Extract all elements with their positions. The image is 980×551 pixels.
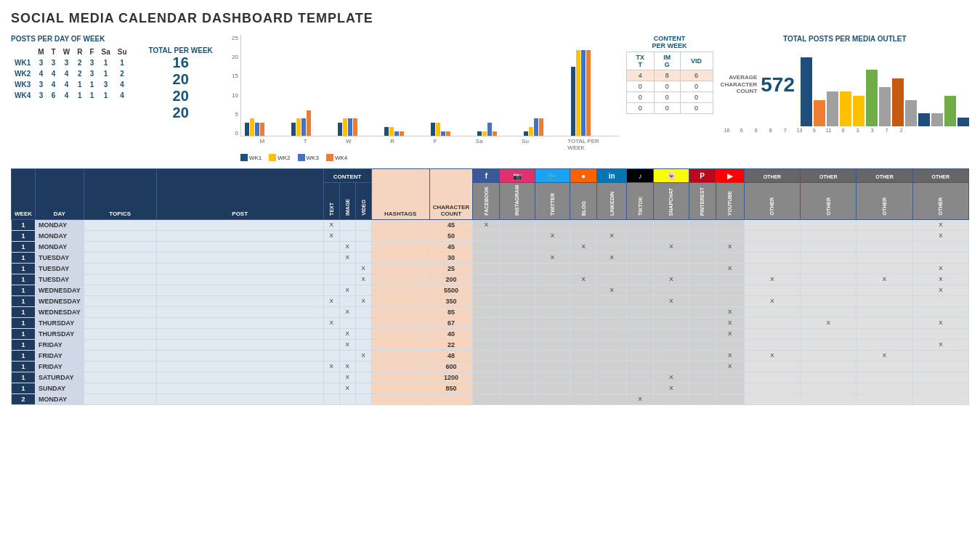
day-header-t: T <box>48 46 60 57</box>
table-social-11 <box>857 317 912 328</box>
cpw-cell: 0 <box>655 103 681 114</box>
media-bar-wrap <box>892 78 904 126</box>
table-video <box>355 383 371 393</box>
table-post <box>156 274 323 285</box>
table-week: 1 <box>12 230 36 241</box>
table-social-9 <box>744 252 800 263</box>
table-social-7 <box>689 306 716 317</box>
table-social-2 <box>535 317 570 328</box>
table-post <box>156 252 323 263</box>
media-count-label: 7 <box>881 128 893 133</box>
table-social-10 <box>801 328 857 339</box>
media-bar-wrap <box>801 57 812 126</box>
table-social-4 <box>597 393 627 404</box>
legend-label: WK4 <box>335 155 347 161</box>
table-text: X <box>323 219 339 230</box>
table-social-9 <box>744 219 800 230</box>
table-week: 1 <box>12 241 36 252</box>
bar-x-label: T <box>304 138 307 151</box>
table-social-0 <box>473 306 500 317</box>
table-social-8 <box>716 230 744 241</box>
table-image: X <box>339 383 355 393</box>
table-social-9 <box>744 230 800 241</box>
table-social-0: X <box>473 219 500 230</box>
table-social-10: X <box>801 317 857 328</box>
bar <box>493 131 497 136</box>
th-day: DAY <box>36 169 84 220</box>
table-social-5 <box>627 383 654 393</box>
th-blog-label: BLOG <box>570 183 597 220</box>
main-table-wrap: WEEK DAY TOPICS POST CONTENT HASHTAGS CH… <box>11 168 969 405</box>
table-charcount: 45 <box>429 219 473 230</box>
table-social-8 <box>716 295 744 306</box>
table-text <box>323 306 339 317</box>
table-video <box>355 393 371 404</box>
th-oth1-label: OTHER <box>744 183 800 220</box>
table-social-11 <box>857 339 912 350</box>
bar <box>586 50 591 136</box>
table-social-8: X <box>716 350 744 361</box>
th-post: POST <box>156 169 323 220</box>
table-social-6: X <box>654 295 689 306</box>
table-social-1 <box>500 274 535 285</box>
table-social-3 <box>570 372 597 383</box>
th-twitter: 🐦 <box>535 169 570 183</box>
table-social-10 <box>801 372 857 383</box>
total-per-week-section: TOTAL PER WEEK 16202020 <box>149 46 213 121</box>
table-image: X <box>339 328 355 339</box>
th-tiktok: ♪ <box>627 169 654 183</box>
media-count-label: 2 <box>896 128 907 133</box>
table-charcount: 25 <box>429 263 473 274</box>
table-day: MONDAY <box>36 393 84 404</box>
bar <box>400 131 404 136</box>
th-oth3-label: OTHER <box>857 183 912 220</box>
ppd-cell: 1 <box>73 90 86 101</box>
bar-x-label: Su <box>522 138 529 151</box>
th-facebook: f <box>473 169 500 183</box>
table-social-11 <box>857 383 912 393</box>
table-social-3 <box>570 306 597 317</box>
table-social-4 <box>597 274 627 285</box>
ppd-cell: 4 <box>48 79 60 90</box>
legend-color <box>298 154 305 161</box>
legend-item: WK1 <box>240 154 262 161</box>
th-content: CONTENT <box>323 169 371 183</box>
table-social-7 <box>689 339 716 350</box>
table-social-12 <box>912 372 968 383</box>
media-count-label: 9 <box>809 128 820 133</box>
table-social-3 <box>570 219 597 230</box>
table-charcount: 85 <box>429 306 473 317</box>
table-text <box>323 350 339 361</box>
table-hashtags <box>371 263 429 274</box>
table-social-8 <box>716 372 744 383</box>
table-social-9 <box>744 361 800 372</box>
table-social-10 <box>801 350 857 361</box>
table-social-3 <box>570 350 597 361</box>
bar <box>524 131 528 136</box>
table-image: X <box>339 339 355 350</box>
table-social-11 <box>857 372 912 383</box>
ppd-cell: 3 <box>34 57 47 68</box>
total-per-week-value: 16 <box>149 54 213 71</box>
table-week: 1 <box>12 328 36 339</box>
table-social-6: X <box>654 241 689 252</box>
table-social-12 <box>912 393 968 404</box>
table-social-2: X <box>535 252 570 263</box>
table-social-7 <box>689 295 716 306</box>
media-bar-wrap <box>905 100 917 126</box>
table-charcount: 350 <box>429 295 473 306</box>
table-social-6 <box>654 285 689 295</box>
table-social-1 <box>500 241 535 252</box>
table-social-10 <box>801 274 857 285</box>
bar <box>529 127 533 136</box>
th-snapchat: 👻 <box>654 169 689 183</box>
table-social-0 <box>473 241 500 252</box>
media-bar-chart <box>801 46 969 126</box>
table-social-9 <box>744 317 800 328</box>
table-charcount: 45 <box>429 241 473 252</box>
table-post <box>156 306 323 317</box>
th-video: VIDEO <box>355 183 371 220</box>
table-video <box>355 252 371 263</box>
table-image: X <box>339 306 355 317</box>
media-bar <box>801 57 812 126</box>
